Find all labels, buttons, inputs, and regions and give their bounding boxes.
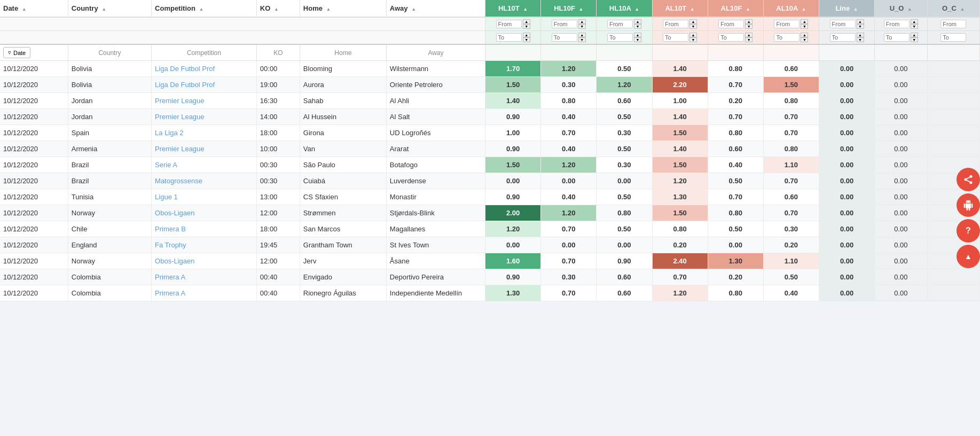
al10t-to-spinner[interactable]: ▲ ▼ <box>689 33 697 42</box>
line-to-input[interactable] <box>830 33 856 42</box>
col-ko[interactable]: KO ▲ <box>256 0 300 17</box>
cell-competition[interactable]: Liga De Futbol Prof <box>152 77 257 93</box>
cell-competition[interactable]: La Liga 2 <box>152 125 257 141</box>
hl10f-to-input[interactable] <box>552 33 577 42</box>
cell-competition[interactable]: Ligue 1 <box>152 189 257 205</box>
cell-competition[interactable]: Primera B <box>152 221 257 237</box>
col-line[interactable]: Line ▲ <box>819 0 874 17</box>
hl10a-from-down[interactable]: ▼ <box>634 24 641 29</box>
uo-from-input[interactable] <box>884 20 910 28</box>
line-from-down[interactable]: ▼ <box>857 24 864 29</box>
hl10t-to-up[interactable]: ▲ <box>523 33 530 37</box>
al10a-from-spinner[interactable]: ▲ ▼ <box>801 19 808 29</box>
hl10t-to-input[interactable] <box>496 33 522 42</box>
col-hl10f[interactable]: HL10F ▲ <box>541 0 597 17</box>
al10f-from-down[interactable]: ▼ <box>745 24 752 29</box>
al10f-from-spinner[interactable]: ▲ ▼ <box>745 19 752 29</box>
col-date[interactable]: Date ▲ <box>0 0 68 17</box>
hl10t-from-spinner[interactable]: ▲ ▼ <box>523 19 530 29</box>
help-button[interactable]: ? <box>957 219 980 243</box>
cell-competition[interactable]: Premier League <box>152 141 257 157</box>
uo-to-up[interactable]: ▲ <box>911 33 918 37</box>
col-al10a[interactable]: AL10A ▲ <box>763 0 819 17</box>
al10f-from-input[interactable] <box>718 20 744 28</box>
hl10f-to-spinner[interactable]: ▲ ▼ <box>578 33 586 42</box>
al10a-to-spinner[interactable]: ▲ ▼ <box>801 33 808 42</box>
hl10f-from-up[interactable]: ▲ <box>578 19 586 24</box>
cell-competition[interactable]: Obos-Ligaen <box>152 253 257 269</box>
cell-competition[interactable]: Liga De Futbol Prof <box>152 61 257 77</box>
hl10f-from-input[interactable] <box>552 20 577 28</box>
col-al10f[interactable]: AL10F ▲ <box>708 0 763 17</box>
oc-from-input[interactable] <box>940 20 966 28</box>
uo-to-spinner[interactable]: ▲ ▼ <box>911 33 918 42</box>
hl10t-from-down[interactable]: ▼ <box>523 24 530 29</box>
al10a-to-down[interactable]: ▼ <box>801 37 808 42</box>
cell-competition[interactable]: Premier League <box>152 109 257 125</box>
hl10f-from-spinner[interactable]: ▲ ▼ <box>578 19 586 29</box>
cell-competition[interactable]: Obos-Ligaen <box>152 205 257 221</box>
hl10a-to-down[interactable]: ▼ <box>634 37 641 42</box>
al10t-from-input[interactable] <box>663 20 688 28</box>
hl10f-from-down[interactable]: ▼ <box>578 24 586 29</box>
al10a-from-up[interactable]: ▲ <box>801 19 808 24</box>
uo-to-input[interactable] <box>884 33 910 42</box>
cell-competition[interactable]: Serie A <box>152 157 257 173</box>
al10t-to-input[interactable] <box>663 33 688 42</box>
col-competition[interactable]: Competition ▲ <box>152 0 257 17</box>
al10t-from-down[interactable]: ▼ <box>689 24 697 29</box>
uo-from-up[interactable]: ▲ <box>911 19 918 24</box>
line-from-spinner[interactable]: ▲ ▼ <box>857 19 864 29</box>
hl10a-from-input[interactable] <box>607 20 633 28</box>
hl10f-to-down[interactable]: ▼ <box>578 37 586 42</box>
hl10a-from-spinner[interactable]: ▲ ▼ <box>634 19 641 29</box>
line-from-input[interactable] <box>830 20 856 28</box>
scroll-up-button[interactable]: ▲ <box>957 245 980 268</box>
uo-from-down[interactable]: ▼ <box>911 24 918 29</box>
android-button[interactable] <box>957 193 980 217</box>
al10f-to-spinner[interactable]: ▲ ▼ <box>745 33 752 42</box>
oc-to-input[interactable] <box>940 33 966 42</box>
uo-to-down[interactable]: ▼ <box>911 37 918 42</box>
al10t-from-spinner[interactable]: ▲ ▼ <box>689 19 697 29</box>
hl10a-to-input[interactable] <box>607 33 633 42</box>
al10a-to-up[interactable]: ▲ <box>801 33 808 37</box>
al10t-to-up[interactable]: ▲ <box>689 33 697 37</box>
line-to-down[interactable]: ▼ <box>857 37 864 42</box>
al10f-to-down[interactable]: ▼ <box>745 37 752 42</box>
al10f-to-input[interactable] <box>718 33 744 42</box>
col-home[interactable]: Home ▲ <box>300 0 386 17</box>
col-country[interactable]: Country ▲ <box>68 0 151 17</box>
uo-from-spinner[interactable]: ▲ ▼ <box>911 19 918 29</box>
al10t-to-down[interactable]: ▼ <box>689 37 697 42</box>
hl10t-from-up[interactable]: ▲ <box>523 19 530 24</box>
line-to-up[interactable]: ▲ <box>857 33 864 37</box>
al10f-to-up[interactable]: ▲ <box>745 33 752 37</box>
al10a-to-input[interactable] <box>774 33 799 42</box>
date-filter-th[interactable]: ▿ Date <box>0 44 68 61</box>
hl10t-from-input[interactable] <box>496 20 522 28</box>
line-to-spinner[interactable]: ▲ ▼ <box>857 33 864 42</box>
cell-competition[interactable]: Primera A <box>152 285 257 301</box>
date-filter-button[interactable]: ▿ Date <box>3 47 30 58</box>
al10a-from-down[interactable]: ▼ <box>801 24 808 29</box>
cell-competition[interactable]: Primera A <box>152 269 257 285</box>
hl10t-to-spinner[interactable]: ▲ ▼ <box>523 33 530 42</box>
cell-competition[interactable]: Fa Trophy <box>152 237 257 253</box>
cell-competition[interactable]: Premier League <box>152 93 257 109</box>
hl10a-to-spinner[interactable]: ▲ ▼ <box>634 33 641 42</box>
col-away[interactable]: Away ▲ <box>386 0 485 17</box>
al10f-from-up[interactable]: ▲ <box>745 19 752 24</box>
hl10a-to-up[interactable]: ▲ <box>634 33 641 37</box>
hl10f-to-up[interactable]: ▲ <box>578 33 586 37</box>
col-hl10a[interactable]: HL10A ▲ <box>597 0 652 17</box>
share-button[interactable] <box>957 168 980 191</box>
cell-competition[interactable]: Matogrossense <box>152 173 257 189</box>
al10t-from-up[interactable]: ▲ <box>689 19 697 24</box>
line-from-up[interactable]: ▲ <box>857 19 864 24</box>
hl10a-from-up[interactable]: ▲ <box>634 19 641 24</box>
col-uo[interactable]: U_O ▲ <box>875 0 927 17</box>
hl10t-to-down[interactable]: ▼ <box>523 37 530 42</box>
al10a-from-input[interactable] <box>774 20 799 28</box>
col-al10t[interactable]: AL10T ▲ <box>652 0 708 17</box>
